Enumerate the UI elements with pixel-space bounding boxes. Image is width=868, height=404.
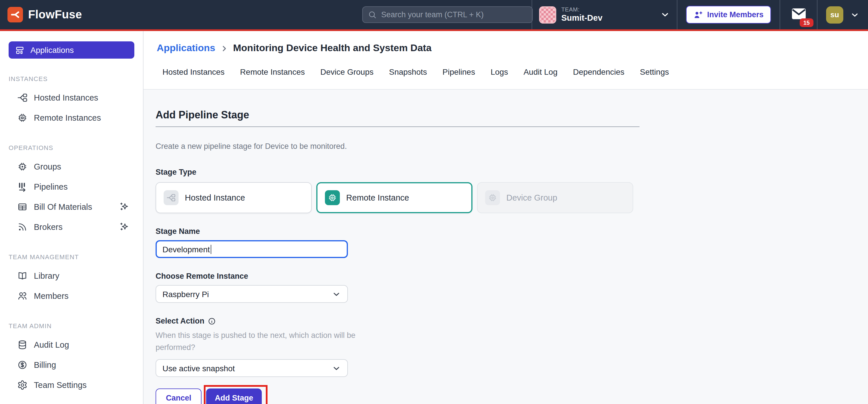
choose-remote-instance-label: Choose Remote Instance — [156, 272, 868, 281]
library-icon — [17, 270, 28, 281]
add-pipeline-stage-form: Add Pipeline Stage Create a new pipeline… — [144, 109, 868, 404]
stage-name-value: Development — [162, 244, 210, 254]
stage-type-option-label: Remote Instance — [346, 193, 409, 202]
tab-device-groups[interactable]: Device Groups — [320, 67, 373, 77]
stage-type-label: Stage Type — [156, 168, 868, 176]
sidebar-item-label: Library — [34, 271, 59, 280]
chevron-down-icon — [850, 10, 859, 19]
sidebar-item-members[interactable]: Members — [0, 286, 143, 306]
sidebar-item-applications[interactable]: Applications — [9, 41, 134, 59]
flowfuse-logo[interactable]: FlowFuse — [7, 7, 82, 22]
sidebar-item-team-settings[interactable]: Team Settings — [0, 375, 143, 395]
search-input[interactable]: Search your team (CTRL + K) — [362, 6, 533, 23]
stage-name-input[interactable]: Development — [156, 240, 348, 258]
notifications-button[interactable]: 15 — [792, 8, 806, 22]
invite-members-button[interactable]: Invite Members — [686, 6, 771, 24]
avatar: su — [826, 6, 843, 23]
form-description: Create a new pipeline stage for Device t… — [156, 142, 868, 150]
audit-log-icon — [17, 339, 28, 350]
sparkles-icon — [119, 222, 129, 232]
bill-of-materials-icon — [17, 201, 28, 212]
stage-type-device-group: Device Group — [477, 182, 633, 213]
tab-bar: Hosted Instances Remote Instances Device… — [144, 54, 868, 77]
hosted-instance-icon — [164, 190, 179, 205]
sparkles-icon — [119, 202, 129, 211]
sidebar-item-label: Pipelines — [34, 182, 68, 191]
text-cursor — [210, 244, 211, 254]
tab-dependencies[interactable]: Dependencies — [573, 67, 624, 77]
chevron-right-icon — [220, 45, 228, 52]
tab-snapshots[interactable]: Snapshots — [389, 67, 427, 77]
top-navbar: FlowFuse Search your team (CTRL + K) TEA… — [0, 0, 868, 31]
tab-logs[interactable]: Logs — [491, 67, 508, 77]
sidebar-item-label: Groups — [34, 162, 61, 171]
form-actions: Cancel Add Stage — [156, 388, 868, 404]
action-value: Use active snapshot — [162, 364, 235, 373]
form-title: Add Pipeline Stage — [156, 109, 868, 121]
cancel-button[interactable]: Cancel — [156, 388, 202, 404]
action-select[interactable]: Use active snapshot — [156, 359, 348, 377]
search-icon — [368, 10, 377, 19]
tab-remote-instances[interactable]: Remote Instances — [240, 67, 305, 77]
add-stage-button[interactable]: Add Stage — [206, 388, 262, 404]
divider — [156, 126, 640, 127]
groups-icon — [17, 161, 28, 172]
select-action-label-text: Select Action — [156, 317, 205, 325]
tab-pipelines[interactable]: Pipelines — [443, 67, 475, 77]
remote-instance-select[interactable]: Raspberry Pi — [156, 285, 348, 303]
select-action-hint: When this stage is pushed to the next, w… — [156, 329, 362, 353]
sidebar-item-brokers[interactable]: Brokers — [0, 217, 143, 237]
sidebar-item-label: Audit Log — [34, 340, 69, 349]
stage-type-option-label: Hosted Instance — [185, 193, 245, 202]
sidebar-item-billing[interactable]: Billing — [0, 354, 143, 375]
chevron-down-icon — [660, 10, 670, 20]
team-settings-icon — [17, 380, 28, 390]
search-placeholder: Search your team (CTRL + K) — [381, 10, 484, 19]
stage-name-label: Stage Name — [156, 227, 868, 236]
members-icon — [17, 290, 28, 301]
breadcrumb: Applications Monitoring Device Health an… — [144, 31, 868, 54]
stage-type-hosted-instance[interactable]: Hosted Instance — [156, 182, 312, 213]
pipelines-icon — [17, 181, 28, 192]
invite-members-wrap: Invite Members — [677, 0, 780, 29]
remote-instance-value: Raspberry Pi — [162, 289, 209, 298]
info-icon[interactable] — [208, 317, 216, 325]
sidebar-item-label: Team Settings — [34, 380, 87, 389]
billing-icon — [17, 359, 28, 370]
stage-type-remote-instance[interactable]: Remote Instance — [316, 182, 472, 213]
sidebar-section-title: TEAM ADMIN — [9, 322, 143, 329]
select-action-label: Select Action — [156, 317, 868, 325]
tab-audit-log[interactable]: Audit Log — [524, 67, 557, 77]
sidebar-item-library[interactable]: Library — [0, 265, 143, 286]
hosted-instances-icon — [17, 92, 28, 103]
sidebar-item-bill-of-materials[interactable]: Bill Of Materials — [0, 197, 143, 217]
tab-hosted-instances[interactable]: Hosted Instances — [162, 67, 224, 77]
sidebar-section-title: INSTANCES — [9, 75, 143, 82]
sidebar-item-remote-instances[interactable]: Remote Instances — [0, 108, 143, 127]
page-header: Applications Monitoring Device Health an… — [144, 31, 868, 90]
sidebar-item-label: Billing — [34, 360, 56, 369]
tab-settings[interactable]: Settings — [640, 67, 669, 77]
invite-members-icon — [693, 10, 702, 19]
sidebar-item-pipelines[interactable]: Pipelines — [0, 176, 143, 197]
breadcrumb-applications-link[interactable]: Applications — [157, 42, 215, 54]
sidebar-item-audit-log[interactable]: Audit Log — [0, 335, 143, 354]
sidebar-item-label: Members — [34, 291, 69, 300]
sidebar-item-hosted-instances[interactable]: Hosted Instances — [0, 87, 143, 108]
brokers-icon — [17, 222, 28, 232]
sidebar-item-label: Remote Instances — [34, 113, 101, 122]
sidebar-item-label: Brokers — [34, 222, 63, 231]
page-title: Monitoring Device Health and System Data — [233, 42, 432, 54]
sidebar-item-label: Hosted Instances — [34, 93, 98, 102]
sidebar-item-label: Applications — [30, 46, 74, 55]
flowfuse-logo-icon — [7, 7, 23, 22]
remote-instance-icon — [325, 190, 340, 205]
sidebar-item-groups[interactable]: Groups — [0, 156, 143, 176]
team-selector[interactable]: TEAM: Sumit-Dev — [532, 0, 677, 29]
invite-members-label: Invite Members — [707, 10, 764, 19]
user-menu[interactable]: su — [817, 0, 868, 29]
stage-type-option-label: Device Group — [506, 193, 557, 202]
main-content: Applications Monitoring Device Health an… — [144, 31, 868, 404]
stage-type-options: Hosted Instance Remote Instance — [156, 182, 868, 213]
notification-badge: 15 — [800, 18, 813, 27]
